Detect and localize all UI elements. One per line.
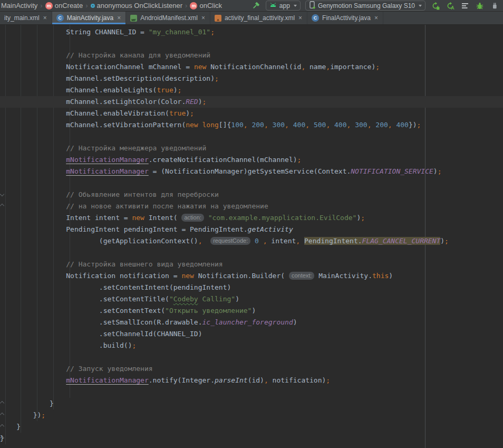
- indent: [0, 109, 66, 117]
- code-token: // Настройка внешнего вида уведомления: [66, 260, 223, 268]
- breadcrumb-item-onclick[interactable]: monClick: [190, 2, 222, 9]
- method-icon: m: [45, 2, 53, 9]
- code-line: [0, 247, 503, 259]
- code-line: mChannel.setDescription(description);: [0, 73, 503, 84]
- code-line: }: [0, 398, 503, 409]
- code-token: }: [16, 423, 21, 431]
- indent: [0, 86, 66, 94]
- code-token: mChannel.setDescription(description): [66, 74, 215, 82]
- breadcrumb-separator: ›: [85, 2, 88, 9]
- indent: [0, 156, 66, 164]
- code-token: mNotificationManager: [66, 167, 149, 175]
- code-token: 200: [375, 121, 388, 129]
- profiler-button[interactable]: [460, 1, 470, 11]
- code-token: ,: [305, 121, 314, 129]
- code-token: Intent intent =: [66, 214, 132, 222]
- java-class-icon: C: [312, 14, 319, 22]
- indent: [0, 225, 66, 233]
- device-selector-label: Genymotion Samsung Galaxy S10: [318, 2, 415, 9]
- indent: [0, 318, 99, 326]
- code-token: Codeby: [173, 295, 198, 303]
- build-hammer-button[interactable]: [250, 1, 261, 11]
- debug-button[interactable]: [475, 1, 485, 11]
- code-line: Notification notification = new Notifica…: [0, 270, 503, 282]
- code-line: // Настройка канала для уведомлений: [0, 50, 503, 61]
- indent: [0, 214, 66, 222]
- code-token: notification): [268, 376, 326, 384]
- indent: [0, 74, 66, 82]
- tab-label: ity_main.xml: [4, 14, 40, 22]
- indent: [0, 307, 99, 314]
- code-token: new: [194, 63, 206, 71]
- indent: [0, 260, 66, 268]
- code-token: // Настройка менеджера уведомлений: [66, 144, 206, 152]
- code-editor[interactable]: String CHANNEL_ID = "my_channel_01"; // …: [0, 25, 503, 448]
- code-token: PendingIntent.: [304, 237, 362, 245]
- breadcrumb-item-anonymous-onclicklistener[interactable]: anonymous OnClickListener: [91, 2, 183, 9]
- close-tab-icon[interactable]: ×: [298, 15, 303, 21]
- tab-label: FinalActtivity.java: [322, 14, 371, 22]
- indent: [0, 365, 66, 373]
- rerun-activity-button[interactable]: [430, 1, 441, 11]
- tab-finalacttivity-java[interactable]: CFinalActtivity.java×: [307, 12, 383, 24]
- code-token: mChannel.enableLights(: [66, 86, 157, 94]
- manifest-file-icon: MF: [130, 15, 137, 22]
- breadcrumb-item-oncreate[interactable]: monCreate: [45, 2, 83, 9]
- chevron-down-icon: [294, 5, 297, 7]
- code-token: ,: [264, 376, 268, 384]
- close-tab-icon[interactable]: ×: [43, 15, 47, 21]
- close-tab-icon[interactable]: ×: [117, 15, 121, 21]
- code-token: true: [157, 86, 173, 94]
- code-token: ,: [264, 121, 273, 129]
- code-token: PendingIntent pendingIntent = PendingInt…: [66, 225, 247, 233]
- close-tab-icon[interactable]: ×: [374, 15, 379, 21]
- code-line: }: [0, 433, 503, 444]
- indent: [0, 272, 66, 280]
- code-line: });: [0, 409, 503, 421]
- code-token: ;: [215, 74, 219, 82]
- code-token: ;: [297, 156, 302, 164]
- code-token: "com.example.myapplication.EvilCode": [208, 214, 357, 222]
- code-token: [198, 121, 202, 129]
- indent: [0, 51, 66, 59]
- code-token: }: [0, 434, 4, 442]
- attach-debugger-button[interactable]: [489, 1, 500, 11]
- code-token: ): [198, 98, 202, 106]
- code-token: ic_launcher_foreground: [202, 318, 293, 326]
- indent: [0, 411, 33, 419]
- code-token: NOTIFICATION_SERVICE: [351, 167, 433, 175]
- code-token: ": [169, 295, 173, 303]
- tab-androidmanifest-xml[interactable]: MFAndroidManifest.xml×: [126, 12, 210, 24]
- code-token: name: [305, 63, 326, 71]
- indent: [0, 167, 66, 175]
- tab-mainactivity-java[interactable]: CMainActivity.java×: [52, 12, 127, 24]
- code-token: (getApplicationContext(): [99, 237, 198, 245]
- tab-activity-final-acttivity-xml[interactable]: Aactivity_final_acttivity.xml×: [210, 12, 307, 24]
- code-area[interactable]: String CHANNEL_ID = "my_channel_01"; // …: [0, 25, 503, 444]
- code-token: ;: [417, 121, 421, 129]
- main-toolbar: MainActivity›monCreate›anonymous OnClick…: [0, 0, 503, 12]
- method-icon: m: [190, 2, 197, 9]
- apply-code-changes-button[interactable]: A: [445, 1, 456, 11]
- code-token: 400: [293, 121, 305, 129]
- indent: [0, 330, 99, 338]
- tab-ity-main-xml[interactable]: ity_main.xml×: [0, 12, 52, 24]
- code-token: true: [169, 109, 186, 117]
- code-line: mChannel.setVibrationPattern(new long[]{…: [0, 119, 503, 131]
- code-token: new: [132, 214, 144, 222]
- code-line: (getApplicationContext(), requestCode: 0…: [0, 235, 503, 247]
- code-line: mNotificationManager.notify(Integer.pars…: [0, 375, 503, 386]
- code-token: .createNotificationChannel(mChannel): [149, 156, 297, 164]
- run-config-selector[interactable]: app: [266, 1, 301, 11]
- code-token: .setContentText(: [99, 307, 165, 314]
- code-line: NotificationChannel mChannel = new Notif…: [0, 61, 503, 73]
- layout-xml-file-icon: A: [215, 15, 221, 22]
- code-token: ): [235, 295, 239, 303]
- code-token: }): [33, 411, 42, 419]
- code-token: ): [389, 272, 393, 280]
- breadcrumb-item-mainactivity[interactable]: MainActivity: [1, 2, 37, 9]
- parameter-hint: context:: [289, 272, 315, 280]
- code-token: ,: [285, 121, 293, 129]
- close-tab-icon[interactable]: ×: [201, 15, 206, 21]
- device-selector[interactable]: Genymotion Samsung Galaxy S10: [305, 1, 425, 11]
